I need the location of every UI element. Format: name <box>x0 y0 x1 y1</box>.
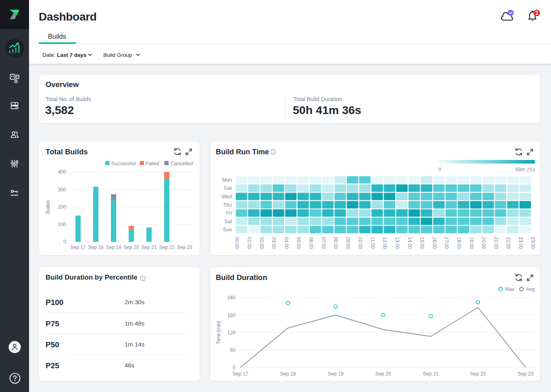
svg-text:Fri: Fri <box>226 210 232 216</box>
svg-text:60: 60 <box>230 347 236 353</box>
svg-text:Avg: Avg <box>526 286 534 292</box>
svg-text:Mon: Mon <box>222 177 232 183</box>
svg-text:11:00: 11:00 <box>370 237 376 249</box>
svg-text:180: 180 <box>227 313 236 318</box>
svg-text:Sep 19: Sep 19 <box>328 371 344 377</box>
svg-text:100: 100 <box>58 222 66 227</box>
svg-text:Cancelled: Cancelled <box>171 161 193 166</box>
svg-text:Sep 22: Sep 22 <box>159 245 174 250</box>
svg-text:Thu: Thu <box>223 202 232 208</box>
svg-text:01:00: 01:00 <box>246 237 252 249</box>
svg-text:Sep 23: Sep 23 <box>518 371 534 377</box>
svg-text:Successful: Successful <box>111 161 136 166</box>
svg-text:08:00: 08:00 <box>333 237 338 249</box>
svg-text:10:00: 10:00 <box>357 237 363 249</box>
svg-text:12:00: 12:00 <box>382 237 388 249</box>
svg-text:Total Builds: Total Builds <box>46 147 88 156</box>
svg-text:Sep 20: Sep 20 <box>123 245 139 250</box>
svg-text:300: 300 <box>58 187 66 193</box>
svg-text:Tue: Tue <box>223 185 232 191</box>
svg-text:18:00: 18:00 <box>456 237 462 249</box>
svg-text:400: 400 <box>58 169 66 175</box>
svg-text:05:00: 05:00 <box>296 237 301 249</box>
svg-text:Sep 18: Sep 18 <box>280 371 296 377</box>
svg-text:Sep 20: Sep 20 <box>375 371 391 377</box>
svg-text:21:00: 21:00 <box>493 237 499 249</box>
svg-text:Max: Max <box>505 286 515 292</box>
svg-text:Sep 23: Sep 23 <box>177 245 192 250</box>
svg-text:Sat: Sat <box>224 219 232 224</box>
svg-text:58m 21s: 58m 21s <box>516 167 535 172</box>
svg-text:23:00: 23:00 <box>530 237 536 249</box>
svg-text:20:00: 20:00 <box>481 237 486 249</box>
svg-text:Sep 17: Sep 17 <box>232 371 248 377</box>
svg-text:22:00: 22:00 <box>505 237 511 249</box>
svg-text:0: 0 <box>438 167 441 172</box>
svg-text:15:00: 15:00 <box>419 237 425 249</box>
svg-text:200: 200 <box>58 204 66 210</box>
svg-text:Wed: Wed <box>222 194 232 199</box>
svg-text:09:00: 09:00 <box>345 237 351 249</box>
svg-text:13:00: 13:00 <box>394 237 400 249</box>
svg-text:04:00: 04:00 <box>284 237 289 249</box>
svg-text:Sep 22: Sep 22 <box>470 371 486 377</box>
svg-text:240: 240 <box>227 295 236 301</box>
svg-text:Build Run Time: Build Run Time <box>216 148 269 156</box>
svg-text:02:00: 02:00 <box>259 237 265 249</box>
svg-text:16:00: 16:00 <box>432 237 437 249</box>
svg-text:Sep 18: Sep 18 <box>88 245 103 250</box>
svg-text:23:00: 23:00 <box>518 237 524 249</box>
svg-text:Builds: Builds <box>45 200 51 214</box>
svg-text:Time [min]: Time [min] <box>216 321 221 344</box>
svg-text:Build Duration: Build Duration <box>216 273 267 282</box>
svg-text:Sep 21: Sep 21 <box>141 245 157 250</box>
svg-text:19:00: 19:00 <box>469 237 474 249</box>
svg-text:06:00: 06:00 <box>308 237 314 249</box>
svg-text:00:00: 00:00 <box>234 237 240 249</box>
svg-text:Sun: Sun <box>223 227 232 232</box>
svg-text:14:00: 14:00 <box>407 237 413 249</box>
svg-text:Sep 17: Sep 17 <box>70 245 86 250</box>
svg-text:17:00: 17:00 <box>444 237 449 249</box>
svg-text:Sep 21: Sep 21 <box>423 371 439 377</box>
svg-text:07:00: 07:00 <box>321 237 326 249</box>
svg-text:0: 0 <box>63 239 66 245</box>
svg-text:Sep 19: Sep 19 <box>106 245 121 250</box>
svg-text:Failed: Failed <box>146 161 159 166</box>
svg-text:0: 0 <box>233 365 236 370</box>
svg-text:03:00: 03:00 <box>271 237 277 249</box>
svg-text:120: 120 <box>227 330 236 336</box>
